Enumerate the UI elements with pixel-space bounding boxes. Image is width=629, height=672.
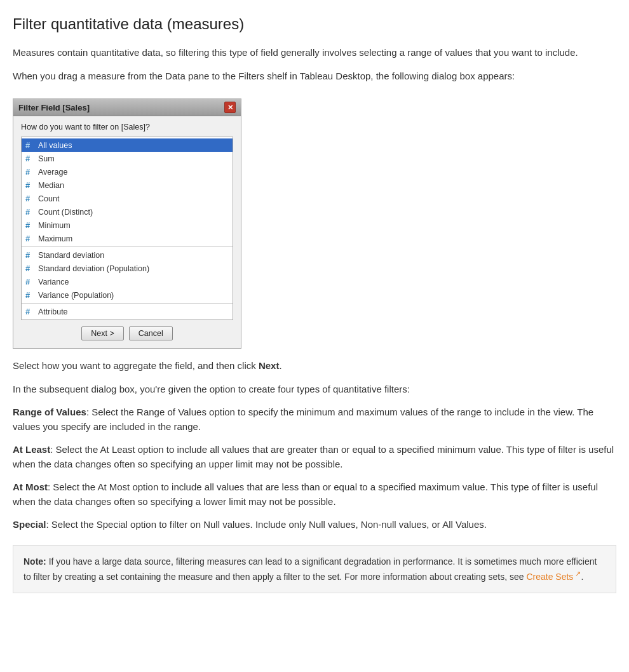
note-text: If you have a large data source, filteri…	[24, 556, 597, 582]
dialog-titlebar: Filter Field [Sales] ✕	[13, 99, 241, 116]
dialog-close-button[interactable]: ✕	[224, 102, 236, 113]
dialog-buttons: Next > Cancel	[21, 326, 233, 340]
special-text: : Select the Special option to filter on…	[46, 519, 487, 530]
hash-icon: #	[25, 277, 34, 286]
list-item[interactable]: # Attribute	[22, 305, 233, 318]
list-item[interactable]: # All values	[22, 138, 233, 152]
list-item[interactable]: # Count	[22, 192, 233, 205]
list-item-label: Sum	[38, 154, 55, 163]
list-divider	[22, 303, 233, 304]
note-bold-prefix: Note:	[24, 556, 46, 567]
hash-icon: #	[25, 180, 34, 190]
special-label: Special	[13, 519, 46, 530]
list-item[interactable]: # Variance (Population)	[22, 288, 233, 302]
hash-icon: #	[25, 194, 34, 203]
after-dialog-paragraph: Select how you want to aggregate the fie…	[13, 359, 616, 373]
range-of-values-paragraph: Range of Values: Select the Range of Val…	[13, 405, 616, 434]
list-item-label: Minimum	[38, 221, 71, 230]
hash-icon: #	[25, 264, 34, 273]
at-most-paragraph: At Most: Select the At Most option to in…	[13, 480, 616, 509]
filter-field-dialog: Filter Field [Sales] ✕ How do you want t…	[13, 98, 241, 349]
at-most-label: At Most	[13, 481, 48, 492]
list-item[interactable]: # Standard deviation (Population)	[22, 262, 233, 275]
next-button[interactable]: Next >	[81, 326, 123, 340]
dialog-list[interactable]: # All values # Sum # Average # Median # …	[21, 137, 233, 320]
list-item-label: Variance (Population)	[38, 291, 114, 300]
dialog-title: Filter Field [Sales]	[18, 103, 90, 112]
range-of-values-label: Range of Values	[13, 407, 86, 417]
page-title: Filter quantitative data (measures)	[13, 15, 616, 33]
list-item[interactable]: # Median	[22, 178, 233, 192]
types-intro-paragraph: In the subsequent dialog box, you're giv…	[13, 382, 616, 397]
range-of-values-text: : Select the Range of Values option to s…	[13, 407, 593, 432]
list-item-label: Count (Distinct)	[38, 208, 93, 217]
at-least-label: At Least	[13, 444, 50, 455]
list-item-label: Average	[38, 168, 67, 177]
at-least-text: : Select the At Least option to include …	[13, 444, 614, 469]
list-item[interactable]: # Average	[22, 165, 233, 178]
hash-icon: #	[25, 250, 34, 260]
intro-paragraph-1: Measures contain quantitative data, so f…	[13, 46, 616, 60]
list-item[interactable]: # Count (Distinct)	[22, 205, 233, 218]
hash-icon: #	[25, 167, 34, 177]
external-link-icon: ↗	[573, 570, 581, 577]
create-sets-link[interactable]: Create Sets	[526, 572, 573, 582]
cancel-button[interactable]: Cancel	[129, 326, 173, 340]
list-item-label: Median	[38, 181, 64, 190]
list-item[interactable]: # Maximum	[22, 232, 233, 245]
note-text-after: .	[581, 572, 583, 582]
after-dialog-text: Select how you want to aggregate the fie…	[13, 360, 256, 371]
list-item-label: Attribute	[38, 307, 68, 316]
hash-icon: #	[25, 207, 34, 217]
special-paragraph: Special: Select the Special option to fi…	[13, 518, 616, 532]
list-item-label: Count	[38, 194, 59, 203]
list-item[interactable]: # Variance	[22, 275, 233, 288]
list-item[interactable]: # Standard deviation	[22, 248, 233, 262]
hash-icon: #	[25, 234, 34, 243]
at-most-text: : Select the At Most option to include a…	[13, 481, 598, 507]
list-item[interactable]: # Minimum	[22, 218, 233, 232]
list-item-label: Standard deviation	[38, 251, 104, 260]
list-item-label: Maximum	[38, 234, 72, 243]
next-bold-label: Next	[259, 360, 280, 371]
at-least-paragraph: At Least: Select the At Least option to …	[13, 443, 616, 471]
dialog-body: How do you want to filter on [Sales]? # …	[13, 116, 241, 348]
list-item-label: Standard deviation (Population)	[38, 264, 149, 273]
intro-paragraph-2: When you drag a measure from the Data pa…	[13, 69, 616, 84]
list-item[interactable]: # Sum	[22, 152, 233, 165]
dialog-question: How do you want to filter on [Sales]?	[21, 123, 233, 131]
note-box: Note: If you have a large data source, f…	[13, 545, 616, 593]
hash-icon: #	[25, 220, 34, 230]
hash-icon: #	[25, 290, 34, 300]
list-divider	[22, 246, 233, 247]
hash-icon: #	[25, 154, 34, 163]
list-item-label: All values	[38, 141, 72, 150]
list-item-label: Variance	[38, 278, 69, 286]
hash-icon: #	[25, 140, 34, 150]
hash-icon: #	[25, 307, 34, 316]
